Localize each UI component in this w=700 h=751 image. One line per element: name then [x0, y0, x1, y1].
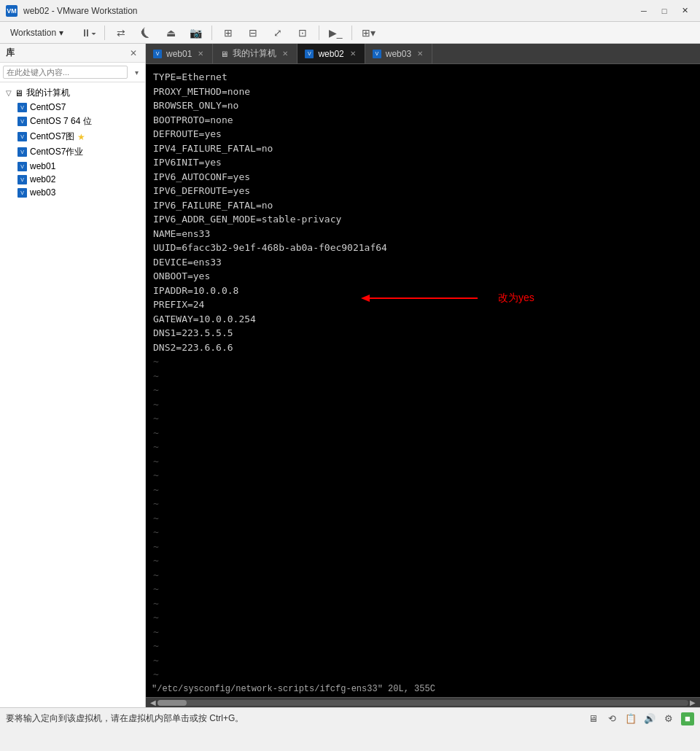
vm-icon: V	[18, 103, 27, 112]
status-bar: 要将输入定向到该虚拟机，请在虚拟机内部单击或按 Ctrl+G。 🖥 ⟲ 📋 🔊 …	[0, 707, 700, 729]
view-btn[interactable]: ⊞▾	[357, 23, 380, 42]
tilde-lines: ~ ~ ~ ~ ~ ~ ~ ~ ~ ~ ~ ~ ~ ~ ~ ~ ~ ~ ~ ~ …	[153, 354, 693, 697]
tab-web03-close[interactable]: ✕	[416, 49, 424, 58]
window-controls: ─ □ ✕	[634, 4, 694, 18]
status-icon-6[interactable]: ■	[681, 712, 694, 725]
menu-toolbar-bar: Workstation ▾ ⏸▾ ⇄ ⏾ ⏏ 📷 ⊞ ⊟ ⤢ ⊡ ▶_ ⊞▾	[0, 22, 700, 44]
sidebar-header: 库 ✕	[0, 44, 145, 63]
terminal-file-info: "/etc/sysconfig/network-scripts/ifcfg-en…	[152, 684, 435, 694]
tab-vm-icon-2: V	[305, 50, 314, 58]
hscroll-right-arrow[interactable]: ▶	[688, 699, 697, 707]
svg-marker-1	[361, 295, 370, 302]
status-icon-1[interactable]: 🖥	[586, 712, 599, 725]
status-icon-3[interactable]: 📋	[624, 712, 637, 725]
maximize-button[interactable]: □	[655, 4, 674, 18]
vm-icon-3: V	[18, 132, 27, 141]
hscroll-left-arrow[interactable]: ◀	[149, 699, 158, 707]
main-area: 库 ✕ ▾ ▽ 🖥 我的计算机 V CentOS7 V CentOS 7 64 …	[0, 44, 700, 707]
status-icon-4[interactable]: 🔊	[643, 712, 656, 725]
tree-children: V CentOS7 V CentOS 7 64 位 V CentOS7图 ★ V…	[3, 101, 142, 199]
resume-btn[interactable]: ⏏	[159, 23, 182, 42]
window-title: web02 - VMware Workstation	[23, 6, 634, 16]
vm-icon-6: V	[18, 175, 27, 184]
tab-web02[interactable]: V web02 ✕	[298, 44, 365, 63]
snapshot-btn[interactable]: 📷	[184, 23, 207, 42]
search-input[interactable]	[3, 66, 128, 79]
terminal[interactable]: TYPE=Ethernet PROXY_METHOD=none BROWSER_…	[146, 64, 700, 697]
status-icon-5[interactable]: ⚙	[662, 712, 675, 725]
content-area: V web01 ✕ 🖥 我的计算机 ✕ V web02 ✕ V web03 ✕	[146, 44, 700, 707]
sidebar: 库 ✕ ▾ ▽ 🖥 我的计算机 V CentOS7 V CentOS 7 64 …	[0, 44, 146, 707]
unity-btn[interactable]: ⤢	[266, 23, 289, 42]
centos7-work-label: CentOS7作业	[30, 146, 83, 158]
mycomputer-label: 我的计算机	[26, 87, 70, 99]
tab-computer-icon: 🖥	[220, 50, 228, 58]
sidebar-title: 库	[6, 47, 15, 59]
arrow-svg	[361, 292, 492, 305]
tree-node-mycomputer[interactable]: ▽ 🖥 我的计算机	[3, 85, 142, 101]
vm-icon-7: V	[18, 188, 27, 198]
vm-icon-4: V	[18, 147, 27, 157]
hscroll-track[interactable]	[158, 700, 688, 706]
sidebar-item-centos7-img[interactable]: V CentOS7图 ★	[15, 129, 142, 144]
expand-icon: ▽	[6, 89, 12, 97]
sidebar-item-web01[interactable]: V web01	[15, 160, 142, 173]
terminal-content: TYPE=Ethernet PROXY_METHOD=none BROWSER_…	[153, 70, 693, 354]
fullscreen-btn[interactable]: ⊞	[217, 23, 240, 42]
title-bar: VM web02 - VMware Workstation ─ □ ✕	[0, 0, 700, 22]
web01-label: web01	[30, 161, 55, 171]
app-icon: VM	[6, 5, 18, 17]
search-dropdown-icon[interactable]: ▾	[131, 66, 142, 78]
tab-web02-label: web02	[318, 49, 343, 59]
sidebar-close-button[interactable]: ✕	[128, 47, 139, 59]
pause-btn[interactable]: ⏸▾	[77, 23, 100, 42]
sidebar-item-web02[interactable]: V web02	[15, 173, 142, 186]
terminal-hscrollbar[interactable]: ◀ ▶	[146, 697, 700, 707]
web03-label: web03	[30, 187, 55, 198]
tab-web03[interactable]: V web03 ✕	[365, 44, 432, 63]
suspend-btn[interactable]: ⏾	[134, 23, 158, 42]
close-button[interactable]: ✕	[675, 4, 694, 18]
tab-web01[interactable]: V web01 ✕	[146, 44, 213, 63]
star-icon: ★	[77, 132, 85, 142]
computer-icon: 🖥	[15, 88, 23, 98]
tab-vm-icon-1: V	[153, 50, 162, 58]
minimize-button[interactable]: ─	[634, 4, 653, 18]
hscroll-thumb[interactable]	[158, 700, 187, 706]
dropdown-icon: ▾	[59, 28, 63, 38]
sidebar-item-centos7-work[interactable]: V CentOS7作业	[15, 144, 142, 160]
status-icon-2[interactable]: ⟲	[605, 712, 618, 725]
tab-mycomputer-close[interactable]: ✕	[281, 49, 289, 58]
tab-web02-close[interactable]: ✕	[349, 49, 357, 58]
centos7-label: CentOS7	[30, 102, 66, 112]
sidebar-item-web03[interactable]: V web03	[15, 186, 142, 199]
tab-web01-label: web01	[166, 49, 192, 59]
web02-label: web02	[30, 174, 55, 184]
switch-vm-btn[interactable]: ⇄	[109, 23, 133, 42]
vm-icon-2: V	[18, 117, 27, 126]
workstation-label: Workstation	[10, 28, 56, 38]
toolbar-separator-2	[211, 26, 212, 40]
centos7-64-label: CentOS 7 64 位	[30, 115, 92, 128]
stretch-btn[interactable]: ⊡	[291, 23, 314, 42]
vm-icon-5: V	[18, 162, 27, 171]
status-message: 要将输入定向到该虚拟机，请在虚拟机内部单击或按 Ctrl+G。	[6, 712, 244, 725]
terminal-status-line: "/etc/sysconfig/network-scripts/ifcfg-en…	[146, 681, 700, 697]
tab-web03-label: web03	[386, 49, 411, 59]
search-bar: ▾	[0, 63, 145, 82]
split-btn[interactable]: ⊟	[241, 23, 265, 42]
workstation-menu[interactable]: Workstation ▾	[3, 25, 71, 41]
tab-web01-close[interactable]: ✕	[196, 49, 205, 58]
status-right-icons: 🖥 ⟲ 📋 🔊 ⚙ ■	[586, 712, 694, 725]
sidebar-item-centos7-64[interactable]: V CentOS 7 64 位	[15, 114, 142, 129]
annotation-arrow-container: 改为yes	[361, 290, 534, 306]
tab-mycomputer[interactable]: 🖥 我的计算机 ✕	[213, 44, 298, 63]
tab-mycomputer-label: 我的计算机	[233, 47, 276, 60]
annotation-text: 改为yes	[498, 290, 534, 306]
sidebar-item-centos7[interactable]: V CentOS7	[15, 101, 142, 114]
tab-bar: V web01 ✕ 🖥 我的计算机 ✕ V web02 ✕ V web03 ✕	[146, 44, 700, 64]
terminal-btn[interactable]: ▶_	[324, 23, 347, 42]
toolbar-separator-3	[319, 26, 319, 40]
toolbar-separator	[104, 26, 105, 40]
toolbar-separator-4	[351, 26, 352, 40]
